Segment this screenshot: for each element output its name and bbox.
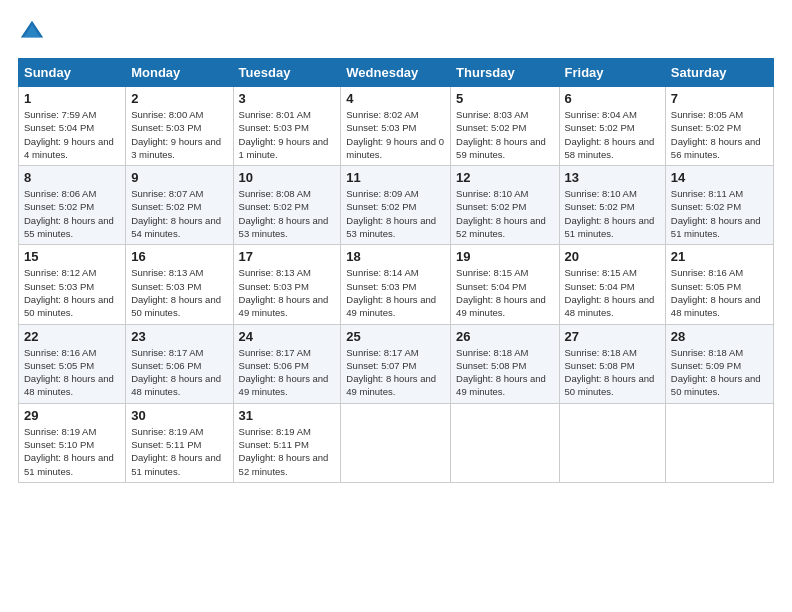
calendar-cell: 18 Sunrise: 8:14 AMSunset: 5:03 PMDaylig…	[341, 245, 451, 324]
calendar-cell	[559, 403, 665, 482]
day-number: 6	[565, 91, 660, 106]
day-info: Sunrise: 8:17 AMSunset: 5:06 PMDaylight:…	[239, 346, 336, 399]
day-number: 31	[239, 408, 336, 423]
day-info: Sunrise: 8:12 AMSunset: 5:03 PMDaylight:…	[24, 266, 120, 319]
day-info: Sunrise: 8:08 AMSunset: 5:02 PMDaylight:…	[239, 187, 336, 240]
calendar-cell: 4 Sunrise: 8:02 AMSunset: 5:03 PMDayligh…	[341, 87, 451, 166]
calendar-cell: 30 Sunrise: 8:19 AMSunset: 5:11 PMDaylig…	[126, 403, 233, 482]
day-info: Sunrise: 8:16 AMSunset: 5:05 PMDaylight:…	[24, 346, 120, 399]
weekday-header: Sunday	[19, 59, 126, 87]
day-number: 14	[671, 170, 768, 185]
day-info: Sunrise: 8:01 AMSunset: 5:03 PMDaylight:…	[239, 108, 336, 161]
day-number: 25	[346, 329, 445, 344]
calendar-cell: 11 Sunrise: 8:09 AMSunset: 5:02 PMDaylig…	[341, 166, 451, 245]
calendar-cell: 27 Sunrise: 8:18 AMSunset: 5:08 PMDaylig…	[559, 324, 665, 403]
calendar-cell: 14 Sunrise: 8:11 AMSunset: 5:02 PMDaylig…	[665, 166, 773, 245]
day-number: 5	[456, 91, 553, 106]
day-number: 27	[565, 329, 660, 344]
day-number: 18	[346, 249, 445, 264]
calendar-cell: 7 Sunrise: 8:05 AMSunset: 5:02 PMDayligh…	[665, 87, 773, 166]
day-number: 24	[239, 329, 336, 344]
calendar-week-row: 1 Sunrise: 7:59 AMSunset: 5:04 PMDayligh…	[19, 87, 774, 166]
calendar-cell: 5 Sunrise: 8:03 AMSunset: 5:02 PMDayligh…	[451, 87, 559, 166]
day-number: 26	[456, 329, 553, 344]
day-number: 19	[456, 249, 553, 264]
day-info: Sunrise: 8:15 AMSunset: 5:04 PMDaylight:…	[565, 266, 660, 319]
day-info: Sunrise: 8:05 AMSunset: 5:02 PMDaylight:…	[671, 108, 768, 161]
day-number: 13	[565, 170, 660, 185]
calendar-cell: 24 Sunrise: 8:17 AMSunset: 5:06 PMDaylig…	[233, 324, 341, 403]
day-info: Sunrise: 8:16 AMSunset: 5:05 PMDaylight:…	[671, 266, 768, 319]
calendar-cell: 20 Sunrise: 8:15 AMSunset: 5:04 PMDaylig…	[559, 245, 665, 324]
day-info: Sunrise: 8:07 AMSunset: 5:02 PMDaylight:…	[131, 187, 227, 240]
weekday-header-row: SundayMondayTuesdayWednesdayThursdayFrid…	[19, 59, 774, 87]
calendar-cell: 29 Sunrise: 8:19 AMSunset: 5:10 PMDaylig…	[19, 403, 126, 482]
day-info: Sunrise: 8:09 AMSunset: 5:02 PMDaylight:…	[346, 187, 445, 240]
day-info: Sunrise: 8:19 AMSunset: 5:10 PMDaylight:…	[24, 425, 120, 478]
calendar: SundayMondayTuesdayWednesdayThursdayFrid…	[18, 58, 774, 483]
day-number: 22	[24, 329, 120, 344]
calendar-cell: 19 Sunrise: 8:15 AMSunset: 5:04 PMDaylig…	[451, 245, 559, 324]
day-number: 28	[671, 329, 768, 344]
day-info: Sunrise: 8:00 AMSunset: 5:03 PMDaylight:…	[131, 108, 227, 161]
weekday-header: Wednesday	[341, 59, 451, 87]
calendar-cell: 28 Sunrise: 8:18 AMSunset: 5:09 PMDaylig…	[665, 324, 773, 403]
calendar-cell	[665, 403, 773, 482]
day-number: 2	[131, 91, 227, 106]
day-info: Sunrise: 8:14 AMSunset: 5:03 PMDaylight:…	[346, 266, 445, 319]
day-number: 23	[131, 329, 227, 344]
day-info: Sunrise: 8:04 AMSunset: 5:02 PMDaylight:…	[565, 108, 660, 161]
calendar-cell: 13 Sunrise: 8:10 AMSunset: 5:02 PMDaylig…	[559, 166, 665, 245]
calendar-cell: 8 Sunrise: 8:06 AMSunset: 5:02 PMDayligh…	[19, 166, 126, 245]
day-info: Sunrise: 8:02 AMSunset: 5:03 PMDaylight:…	[346, 108, 445, 161]
day-info: Sunrise: 8:18 AMSunset: 5:08 PMDaylight:…	[565, 346, 660, 399]
day-info: Sunrise: 8:03 AMSunset: 5:02 PMDaylight:…	[456, 108, 553, 161]
calendar-cell: 31 Sunrise: 8:19 AMSunset: 5:11 PMDaylig…	[233, 403, 341, 482]
calendar-cell: 6 Sunrise: 8:04 AMSunset: 5:02 PMDayligh…	[559, 87, 665, 166]
day-info: Sunrise: 8:17 AMSunset: 5:06 PMDaylight:…	[131, 346, 227, 399]
day-info: Sunrise: 8:11 AMSunset: 5:02 PMDaylight:…	[671, 187, 768, 240]
weekday-header: Friday	[559, 59, 665, 87]
day-number: 20	[565, 249, 660, 264]
calendar-cell: 22 Sunrise: 8:16 AMSunset: 5:05 PMDaylig…	[19, 324, 126, 403]
day-number: 16	[131, 249, 227, 264]
day-info: Sunrise: 8:15 AMSunset: 5:04 PMDaylight:…	[456, 266, 553, 319]
day-info: Sunrise: 8:17 AMSunset: 5:07 PMDaylight:…	[346, 346, 445, 399]
day-info: Sunrise: 8:19 AMSunset: 5:11 PMDaylight:…	[239, 425, 336, 478]
calendar-week-row: 8 Sunrise: 8:06 AMSunset: 5:02 PMDayligh…	[19, 166, 774, 245]
weekday-header: Saturday	[665, 59, 773, 87]
day-number: 9	[131, 170, 227, 185]
calendar-cell: 17 Sunrise: 8:13 AMSunset: 5:03 PMDaylig…	[233, 245, 341, 324]
weekday-header: Tuesday	[233, 59, 341, 87]
day-number: 3	[239, 91, 336, 106]
calendar-cell: 25 Sunrise: 8:17 AMSunset: 5:07 PMDaylig…	[341, 324, 451, 403]
day-number: 4	[346, 91, 445, 106]
day-info: Sunrise: 8:06 AMSunset: 5:02 PMDaylight:…	[24, 187, 120, 240]
calendar-cell: 2 Sunrise: 8:00 AMSunset: 5:03 PMDayligh…	[126, 87, 233, 166]
day-number: 12	[456, 170, 553, 185]
day-info: Sunrise: 8:19 AMSunset: 5:11 PMDaylight:…	[131, 425, 227, 478]
calendar-week-row: 22 Sunrise: 8:16 AMSunset: 5:05 PMDaylig…	[19, 324, 774, 403]
day-number: 7	[671, 91, 768, 106]
day-number: 8	[24, 170, 120, 185]
day-number: 10	[239, 170, 336, 185]
weekday-header: Monday	[126, 59, 233, 87]
calendar-week-row: 29 Sunrise: 8:19 AMSunset: 5:10 PMDaylig…	[19, 403, 774, 482]
calendar-cell: 16 Sunrise: 8:13 AMSunset: 5:03 PMDaylig…	[126, 245, 233, 324]
calendar-cell: 1 Sunrise: 7:59 AMSunset: 5:04 PMDayligh…	[19, 87, 126, 166]
calendar-cell: 23 Sunrise: 8:17 AMSunset: 5:06 PMDaylig…	[126, 324, 233, 403]
day-info: Sunrise: 7:59 AMSunset: 5:04 PMDaylight:…	[24, 108, 120, 161]
calendar-cell: 9 Sunrise: 8:07 AMSunset: 5:02 PMDayligh…	[126, 166, 233, 245]
day-number: 11	[346, 170, 445, 185]
calendar-week-row: 15 Sunrise: 8:12 AMSunset: 5:03 PMDaylig…	[19, 245, 774, 324]
day-number: 21	[671, 249, 768, 264]
calendar-cell: 10 Sunrise: 8:08 AMSunset: 5:02 PMDaylig…	[233, 166, 341, 245]
calendar-cell	[451, 403, 559, 482]
day-number: 15	[24, 249, 120, 264]
calendar-cell: 3 Sunrise: 8:01 AMSunset: 5:03 PMDayligh…	[233, 87, 341, 166]
calendar-cell: 12 Sunrise: 8:10 AMSunset: 5:02 PMDaylig…	[451, 166, 559, 245]
day-number: 30	[131, 408, 227, 423]
day-number: 1	[24, 91, 120, 106]
header	[18, 18, 774, 46]
calendar-cell: 15 Sunrise: 8:12 AMSunset: 5:03 PMDaylig…	[19, 245, 126, 324]
